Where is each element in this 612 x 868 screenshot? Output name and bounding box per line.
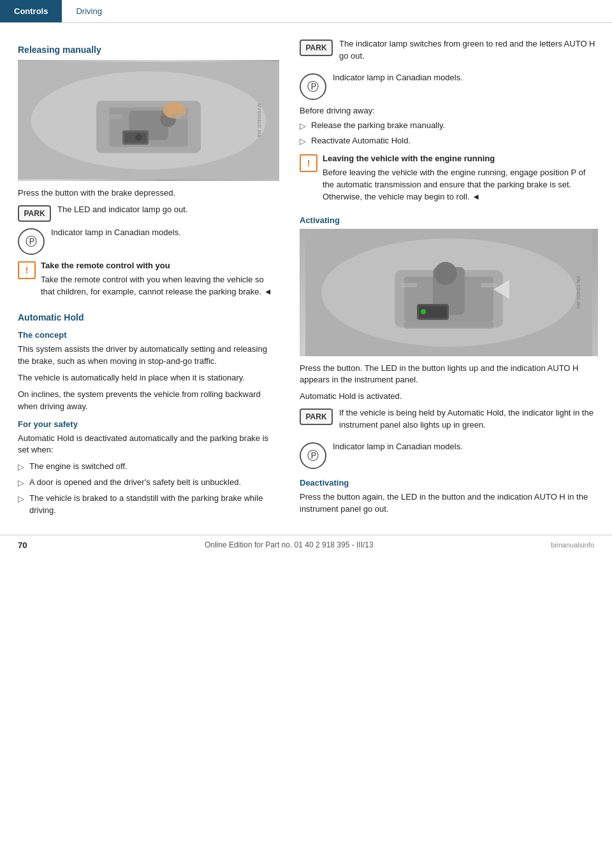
tab-controls[interactable]: Controls: [0, 0, 62, 22]
car-interior-illustration-left: [18, 60, 279, 181]
before-driving-title: Before driving away:: [300, 105, 598, 117]
svg-rect-26: [481, 283, 497, 287]
warning-text-right: Before leaving the vehicle with the engi…: [323, 167, 598, 203]
list-item: ▷ Release the parking brake manually.: [300, 120, 598, 133]
warning-title-right: Leaving the vehicle with the engine runn…: [323, 153, 598, 165]
warning-row-1: ! Take the remote control with you Take …: [18, 260, 279, 303]
bullet-arrow: ▷: [18, 493, 24, 505]
warning-content-1: Take the remote control with you Take th…: [41, 260, 279, 303]
canadian-badge-top: Ⓟ: [300, 73, 326, 100]
canadian-badge-row-top: Ⓟ Indicator lamp in Canadian models.: [300, 72, 598, 100]
activating-text-2: Automatic Hold is activated.: [300, 391, 598, 403]
concept-text-1: This system assists the driver by automa…: [18, 344, 279, 368]
bullet-arrow: ▷: [300, 136, 306, 148]
activating-title: Activating: [300, 215, 598, 225]
warning-text-1: Take the remote control with you when le…: [41, 274, 279, 298]
right-column: PARK The indicator lamp switches from gr…: [293, 36, 612, 522]
concept-subtitle: The concept: [18, 330, 279, 340]
svg-point-23: [421, 309, 426, 314]
park-badge-1: PARK: [18, 205, 51, 222]
svg-rect-8: [173, 101, 177, 113]
concept-text-2: The vehicle is automatically held in pla…: [18, 372, 279, 384]
bullet-arrow: ▷: [18, 461, 24, 474]
safety-subtitle: For your safety: [18, 419, 279, 429]
safety-bullet-list: ▷ The engine is switched off. ▷ A door i…: [18, 461, 279, 516]
warning-icon-right: !: [300, 154, 317, 172]
svg-rect-27: [404, 321, 493, 329]
concept-text-3: On inclines, the system prevents the veh…: [18, 389, 279, 413]
automatic-hold-title: Automatic Hold: [18, 312, 279, 322]
canadian-badge-1: Ⓟ: [18, 228, 45, 255]
list-item: ▷ A door is opened and the driver's safe…: [18, 477, 279, 489]
bullet-text: The engine is switched off.: [29, 461, 127, 473]
warning-icon-1: !: [18, 261, 36, 279]
page-header: Controls Driving: [0, 0, 612, 23]
list-item: ▷ The vehicle is braked to a standstill …: [18, 493, 279, 517]
svg-rect-7: [167, 103, 172, 116]
footer-text: Online Edition for Part no. 01 40 2 918 …: [205, 540, 374, 549]
svg-rect-9: [178, 103, 182, 113]
car-image-left: MV09040G-MA: [18, 60, 279, 181]
car-interior-illustration-right: [300, 229, 598, 356]
image-watermark-right: V9LC040G-MV: [576, 275, 581, 309]
park-badge-activated: PARK: [300, 409, 333, 425]
bullet-text: Release the parking brake manually.: [311, 120, 445, 132]
led-indicator-text: The LED and indicator lamp go out.: [57, 204, 188, 216]
deactivating-text: Press the button again, the LED in the b…: [300, 491, 598, 516]
park-badge-row-top: PARK The indicator lamp switches from gr…: [300, 38, 598, 67]
indicator-canadian-1: Indicator lamp in Canadian models.: [51, 227, 181, 239]
deactivating-title: Deactivating: [300, 478, 598, 488]
canadian-badge-row-activated: Ⓟ Indicator lamp in Canadian models.: [300, 441, 598, 469]
warning-title-1: Take the remote control with you: [41, 260, 279, 272]
bullet-arrow: ▷: [300, 120, 306, 133]
image-watermark-left: MV09040G-MA: [258, 103, 262, 138]
indicator-text-top: The indicator lamp switches from green t…: [339, 38, 598, 62]
footer-watermark: bimanualsinfo: [551, 541, 594, 549]
releasing-manually-title: Releasing manually: [18, 45, 279, 55]
svg-point-12: [136, 134, 142, 141]
page-footer: 70 Online Edition for Part no. 01 40 2 9…: [0, 535, 612, 555]
svg-point-20: [434, 262, 457, 285]
bullet-arrow: ▷: [18, 477, 24, 489]
indicator-canadian-top: Indicator lamp in Canadian models.: [333, 72, 463, 84]
bullet-text: A door is opened and the driver's safety…: [29, 477, 241, 489]
press-button-text: Press the button with the brake depresse…: [18, 187, 279, 199]
svg-rect-14: [175, 114, 194, 119]
safety-intro: Automatic Hold is deactivated automatica…: [18, 433, 279, 457]
warning-row-right: ! Leaving the vehicle with the engine ru…: [300, 153, 598, 207]
tab-driving[interactable]: Driving: [62, 0, 115, 22]
list-item: ▷ Reactivate Automatic Hold.: [300, 135, 598, 148]
bullet-text: The vehicle is braked to a standstill wi…: [29, 493, 279, 517]
svg-rect-25: [401, 283, 417, 287]
before-driving-list: ▷ Release the parking brake manually. ▷ …: [300, 120, 598, 148]
main-content: Releasing manually: [0, 23, 612, 522]
warning-content-right: Leaving the vehicle with the engine runn…: [323, 153, 598, 207]
canadian-badge-row-1: Ⓟ Indicator lamp in Canadian models.: [18, 227, 279, 255]
page-number: 70: [18, 540, 27, 550]
park-badge-row-activated: PARK If the vehicle is being held by Aut…: [300, 407, 598, 436]
car-image-right: V9LC040G-MV: [300, 229, 598, 356]
park-badge-row-1: PARK The LED and indicator lamp go out.: [18, 204, 279, 222]
list-item: ▷ The engine is switched off.: [18, 461, 279, 474]
left-column: Releasing manually: [0, 36, 293, 522]
canadian-badge-activated: Ⓟ: [300, 442, 326, 469]
activated-indicator-text: If the vehicle is being held by Automati…: [339, 407, 598, 431]
bullet-text: Reactivate Automatic Hold.: [311, 135, 411, 147]
svg-rect-13: [103, 114, 122, 119]
park-badge-top: PARK: [300, 40, 333, 56]
activating-text-1: Press the button. The LED in the button …: [300, 363, 598, 387]
activated-canadian-text: Indicator lamp in Canadian models.: [333, 441, 463, 453]
